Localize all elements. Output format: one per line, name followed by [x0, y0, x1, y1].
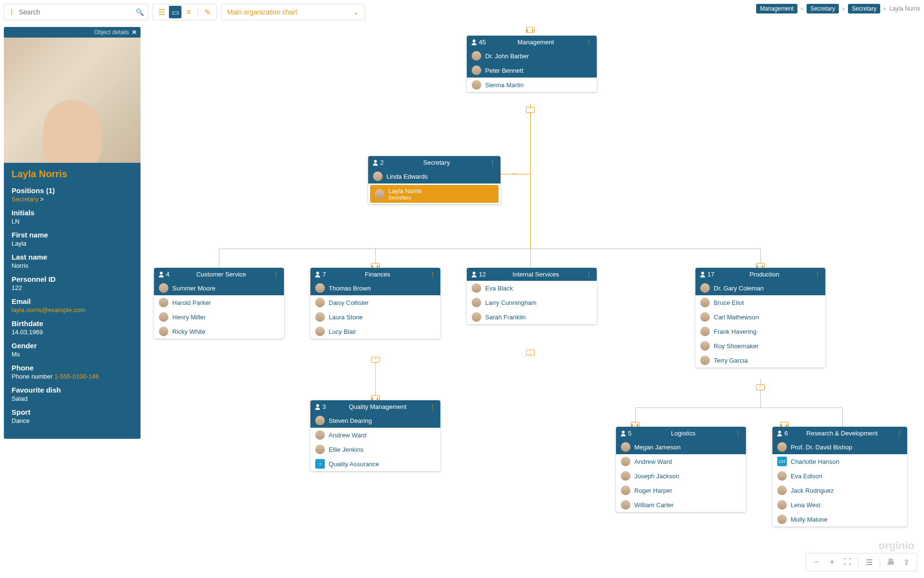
node-member[interactable]: Jack Rodriguez	[791, 487, 834, 494]
fit-icon[interactable]: ⛶	[841, 555, 854, 569]
view-list-icon[interactable]: ≡	[182, 6, 195, 18]
node-finances[interactable]: 7Finances⋮ Thomas Brown Daisy Collister …	[310, 268, 440, 339]
node-member[interactable]: Quality Assurance	[329, 460, 379, 468]
zoom-in-icon[interactable]: +	[825, 555, 839, 569]
node-member[interactable]: Ricky White	[172, 328, 205, 335]
node-member[interactable]: Charlotte Hanson	[791, 458, 839, 465]
search-icon[interactable]: 🔍	[136, 8, 144, 16]
node-menu-icon[interactable]: ⋮	[896, 430, 902, 437]
node-manager[interactable]: Megan Jameson	[634, 444, 680, 451]
node-logistics[interactable]: 5Logistics⋮ Megan Jameson Andrew Ward Jo…	[616, 427, 746, 512]
settings-icon[interactable]: ☰	[862, 555, 876, 569]
node-quality-management[interactable]: 3Quality Management⋮ Steven Dearing Andr…	[310, 400, 440, 471]
node-menu-icon[interactable]: ⋮	[489, 159, 496, 166]
toolbar-divider	[880, 557, 880, 567]
node-member[interactable]: Henry Miller	[172, 314, 205, 321]
person-icon	[700, 272, 705, 277]
node-research-development[interactable]: 6Research & Development⋮ Prof. Dr. David…	[772, 427, 907, 526]
collapse-toggle[interactable]: ⌄	[526, 350, 535, 355]
node-member[interactable]: Frank Havering	[714, 328, 757, 335]
search-input[interactable]	[19, 8, 136, 16]
node-manager[interactable]: Summer Moore	[172, 285, 216, 292]
node-secretary[interactable]: 2Secretary⋮ Linda Edwards Layla NorrisSe…	[368, 156, 500, 204]
close-icon[interactable]: ✕	[132, 29, 137, 36]
crumb-management[interactable]: Management	[756, 4, 797, 13]
node-manager[interactable]: Linda Edwards	[386, 173, 428, 180]
collapse-toggle[interactable]: ⌃	[371, 357, 380, 363]
print-icon[interactable]: 🖶	[884, 555, 898, 569]
node-member[interactable]: Carl Mathewson	[714, 314, 759, 321]
node-menu-icon[interactable]: ⋮	[273, 271, 279, 278]
email-value[interactable]: layla.norris@example.com	[12, 306, 133, 314]
node-member[interactable]: Laura Stone	[329, 314, 363, 321]
node-manager[interactable]: Prof. Dr. David Bishop	[791, 444, 852, 451]
node-manager[interactable]: Dr. Gary Coleman	[714, 285, 764, 292]
node-manager[interactable]: Dr. John Barber	[485, 53, 529, 60]
node-member[interactable]: Lucy Blair	[329, 328, 356, 335]
node-member[interactable]: Daisy Collister	[329, 299, 369, 306]
node-internal-services[interactable]: 12Internal Services⋮ Eva Black Larry Cun…	[467, 268, 597, 324]
node-title: Secretary	[423, 159, 450, 166]
node-member[interactable]: Joseph Jackson	[634, 473, 679, 480]
avatar	[621, 500, 630, 510]
node-member[interactable]: Eva Black	[485, 285, 513, 292]
collapse-toggle[interactable]: ⌃	[756, 384, 765, 390]
node-manager[interactable]: Steven Dearing	[329, 417, 372, 424]
view-hierarchy-icon[interactable]: ☰	[155, 6, 168, 18]
crumb-secretary2[interactable]: Secretary	[848, 4, 880, 13]
search-box[interactable]: ⋮ 🔍	[4, 4, 148, 20]
node-member[interactable]: Sienna Martin	[485, 81, 524, 89]
crumb-secretary[interactable]: Secretary	[807, 4, 839, 13]
node-member[interactable]: Roy Shoemaker	[714, 342, 758, 350]
node-menu-icon[interactable]: ⋮	[429, 271, 436, 278]
edit-icon[interactable]: ✎	[201, 6, 214, 18]
node-manager[interactable]: Thomas Brown	[329, 285, 371, 292]
node-member[interactable]: Terry Garcia	[714, 357, 748, 364]
phone-prefix: Phone number	[12, 373, 54, 380]
view-card-icon[interactable]: ▭	[169, 6, 181, 18]
phone-value[interactable]: 1-555-0100-146	[54, 373, 99, 380]
node-member[interactable]: Ellie Jenkins	[329, 446, 363, 453]
node-menu-icon[interactable]: ⋮	[586, 271, 592, 278]
node-member[interactable]: Lena West	[791, 501, 821, 509]
node-member[interactable]: Eva Edison	[791, 473, 822, 480]
node-production[interactable]: 17Production⋮ Dr. Gary Coleman Bruce Eli…	[695, 268, 825, 368]
node-title: Logistics	[671, 430, 695, 437]
pid-label: Personnel ID	[12, 275, 133, 283]
node-member[interactable]: Andrew Ward	[329, 432, 366, 439]
search-menu-icon[interactable]: ⋮	[8, 8, 15, 16]
node-management[interactable]: 45Management⋮ Dr. John Barber Peter Benn…	[467, 36, 597, 92]
node-menu-icon[interactable]: ⋮	[735, 430, 741, 437]
collapse-toggle[interactable]: ⏵⏴	[526, 27, 535, 33]
sport-value: Dance	[12, 417, 133, 424]
org-canvas[interactable]: → ⏵⏴ ⌃ ⏵⏴ ⏵⏴ ⌃ ⌄ ⌃ ⏵⏴ ⏵⏴ ⏵⏴ 45Management…	[144, 27, 920, 549]
node-member[interactable]: Bruce Eliot	[714, 299, 744, 306]
zoom-out-icon[interactable]: −	[810, 555, 823, 569]
node-member[interactable]: Sarah Franklin	[485, 314, 526, 321]
node-member[interactable]: Molly Malone	[791, 516, 828, 523]
share-icon[interactable]: ⇪	[899, 555, 913, 569]
avatar	[777, 442, 787, 452]
unit-icon: ▪	[315, 459, 325, 469]
avatar	[315, 416, 325, 425]
node-manager[interactable]: Peter Bennett	[485, 67, 524, 74]
position-link[interactable]: Secretary	[12, 196, 38, 203]
node-member[interactable]: Larry Cunningham	[485, 299, 537, 306]
person-icon	[373, 160, 378, 166]
node-member[interactable]: William Carter	[634, 501, 674, 509]
node-menu-icon[interactable]: ⋮	[586, 39, 592, 46]
node-member[interactable]: Andrew Ward	[634, 458, 672, 465]
node-customer-service[interactable]: 4Customer Service⋮ Summer Moore Harold P…	[154, 268, 284, 339]
person-photo	[4, 38, 141, 163]
avatar	[375, 189, 385, 199]
node-member-selected[interactable]: Layla NorrisSecretary	[370, 185, 499, 203]
chart-selector[interactable]: Main organization chart ⌄	[221, 4, 365, 20]
node-member[interactable]: Roger Harper	[634, 487, 672, 494]
node-menu-icon[interactable]: ⋮	[429, 403, 436, 410]
avatar	[315, 312, 325, 322]
avatar	[315, 445, 325, 454]
node-member[interactable]: Harold Parker	[172, 299, 211, 306]
collapse-toggle[interactable]: ⌃	[526, 107, 535, 113]
node-menu-icon[interactable]: ⋮	[814, 271, 821, 278]
person-icon	[159, 272, 164, 277]
